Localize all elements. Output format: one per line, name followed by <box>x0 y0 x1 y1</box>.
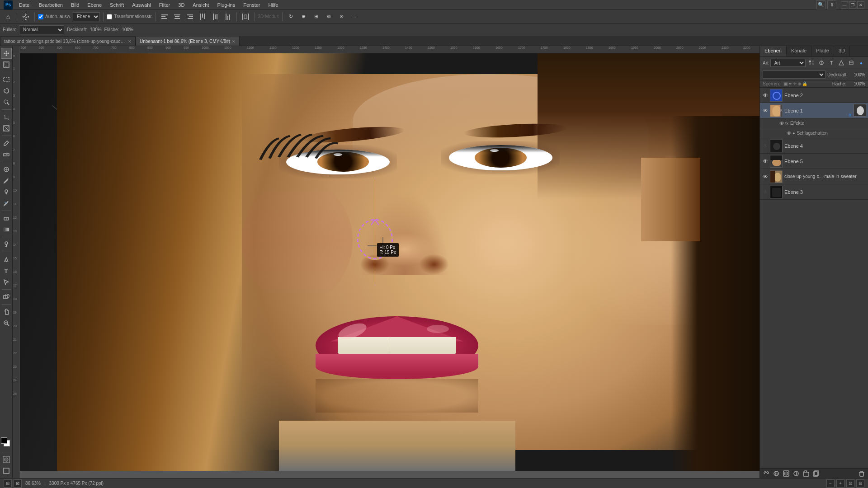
layer-vis-ebene2[interactable]: 👁 <box>762 92 769 99</box>
add-adjustment-btn[interactable] <box>792 469 801 478</box>
layer-item-ebene4[interactable]: 👁 Ebene 4 <box>760 138 868 154</box>
status-zoom-in-btn[interactable]: + <box>836 479 844 488</box>
tool-artboard[interactable] <box>1 59 12 70</box>
add-style-btn[interactable]: fx <box>772 469 781 478</box>
menu-ansicht[interactable]: Ansicht <box>189 1 212 9</box>
lock-pixels-btn[interactable]: ✒ <box>788 81 792 86</box>
align-right-btn[interactable] <box>184 11 195 22</box>
filter-toggle-btn[interactable]: ● <box>857 59 865 67</box>
menu-3d[interactable]: 3D <box>175 1 188 9</box>
canvas-area[interactable]: +I: 0 Px T: 15 Px <box>20 53 760 471</box>
status-zoom-out-btn[interactable]: − <box>826 479 835 488</box>
layer-blend-select[interactable]: Normal <box>763 70 826 79</box>
home-btn[interactable]: ⌂ <box>3 11 14 22</box>
delete-layer-btn[interactable] <box>857 469 866 478</box>
tool-text[interactable]: T <box>1 265 12 276</box>
restore-btn[interactable]: ❐ <box>849 1 856 9</box>
roll-3d-btn[interactable]: ⊗ <box>324 11 335 22</box>
tool-brush[interactable] <box>1 175 12 186</box>
layer-dropshadow-item[interactable]: 👁 ● Schlagschatten <box>760 128 868 138</box>
align-center-h-btn[interactable] <box>172 11 183 22</box>
status-grid-btn[interactable]: ⊞ <box>4 479 12 488</box>
search-btn[interactable]: 🔍 <box>816 0 826 9</box>
tool-hand[interactable] <box>1 306 12 317</box>
tool-move[interactable] <box>1 48 12 59</box>
layer-vis-ebene1[interactable]: 👁 <box>762 107 769 114</box>
filter-pixel-btn[interactable] <box>807 59 816 67</box>
minimize-btn[interactable]: — <box>841 1 848 9</box>
layer-effects-group[interactable]: 👁 fx Effekte <box>760 118 868 128</box>
tab-close-tattoo[interactable]: ✕ <box>128 39 132 44</box>
menu-ebene[interactable]: Ebene <box>84 1 105 9</box>
pan-3d-btn[interactable]: ⊕ <box>298 11 309 22</box>
lock-transparent-btn[interactable]: ▣ <box>783 81 788 86</box>
lock-position-btn[interactable]: ✛ <box>793 81 797 86</box>
tool-shape[interactable] <box>1 291 12 302</box>
tool-eraser[interactable] <box>1 213 12 224</box>
tool-pen[interactable] <box>1 254 12 265</box>
align-top-btn[interactable] <box>197 11 208 22</box>
layer-vis-ebene3[interactable]: 👁 <box>762 188 769 196</box>
shadow-vis-icon[interactable]: 👁 <box>785 130 793 137</box>
filter-adj-btn[interactable] <box>817 59 826 67</box>
tool-rect-select[interactable] <box>1 74 12 85</box>
menu-bearbeiten[interactable]: Bearbeiten <box>35 1 66 9</box>
lock-all-btn[interactable]: 🔒 <box>802 81 807 86</box>
align-left-btn[interactable] <box>159 11 170 22</box>
tool-gradient[interactable] <box>1 224 12 235</box>
menu-schrift[interactable]: Schrift <box>106 1 127 9</box>
effect-vis-icon[interactable]: 👁 <box>778 120 785 127</box>
layer-vis-photo[interactable]: 👁 <box>762 173 769 180</box>
lock-artboard-btn[interactable]: ⊕ <box>797 81 801 86</box>
tool-path-select[interactable] <box>1 277 12 287</box>
add-layer-btn[interactable] <box>811 469 821 478</box>
tool-quick-mask[interactable] <box>1 454 12 465</box>
distribute-h-btn[interactable] <box>240 11 251 22</box>
color-swatches[interactable] <box>1 437 12 448</box>
menu-filter[interactable]: Filter <box>156 1 174 9</box>
menu-fenster[interactable]: Fenster <box>240 1 264 9</box>
menu-auswahl[interactable]: Auswahl <box>128 1 155 9</box>
tool-clone[interactable] <box>1 187 12 197</box>
layer-item-ebene3[interactable]: 👁 Ebene 3 <box>760 184 868 200</box>
layer-item-photo[interactable]: 👁 close-up-young-c...-male-in-sweater <box>760 169 868 184</box>
layer-vis-ebene4[interactable]: 👁 <box>762 142 769 150</box>
tool-crop[interactable] <box>1 112 12 122</box>
tool-quick-select[interactable] <box>1 97 12 108</box>
link-layers-btn[interactable] <box>762 469 771 478</box>
panel-tab-ebenen[interactable]: Ebenen <box>760 46 787 56</box>
rotate-3d-btn[interactable]: ↻ <box>286 11 297 22</box>
menu-bild[interactable]: Bild <box>67 1 83 9</box>
filter-smart-btn[interactable] <box>847 59 855 67</box>
tool-history-brush[interactable] <box>1 198 12 209</box>
share-btn[interactable]: ⇧ <box>827 0 836 9</box>
layer-item-ebene1[interactable]: 👁 ⛓ Ebene 1 fx ⊞ <box>760 103 868 118</box>
layer-vis-ebene5[interactable]: 👁 <box>762 158 769 165</box>
tool-spot-heal[interactable] <box>1 164 12 175</box>
tool-ruler[interactable] <box>1 149 12 160</box>
tab-close-unbenannt[interactable]: ✕ <box>232 39 236 44</box>
align-bottom-btn[interactable] <box>222 11 233 22</box>
panel-tab-3d[interactable]: 3D <box>834 46 850 56</box>
panel-tab-kanaele[interactable]: Kanäle <box>787 46 811 56</box>
layer-item-ebene5[interactable]: 👁 Ebene 5 <box>760 154 868 169</box>
tool-zoom[interactable] <box>1 318 12 328</box>
auto-select-checkbox[interactable] <box>38 14 43 19</box>
filter-shape-btn[interactable] <box>837 59 845 67</box>
menu-datei[interactable]: Datei <box>15 1 34 9</box>
blend-mode-select[interactable]: Normal <box>19 25 64 34</box>
menu-plugins[interactable]: Plug-ins <box>213 1 239 9</box>
tool-eyedropper[interactable] <box>1 138 12 149</box>
filter-text-btn[interactable]: T <box>827 59 835 67</box>
menu-hilfe[interactable]: Hilfe <box>264 1 282 9</box>
close-btn[interactable]: ✕ <box>857 1 864 9</box>
add-mask-btn[interactable] <box>782 469 791 478</box>
tab-unbenannt[interactable]: Unbenannt-1 bei 86,6% (Ebene 3, CMYK/8#)… <box>136 37 240 46</box>
layer-filter-select[interactable]: Art <box>770 59 806 67</box>
zoom-3d-btn[interactable]: ⊞ <box>311 11 322 22</box>
more-tools-btn[interactable]: ··· <box>349 11 360 22</box>
add-group-btn[interactable] <box>802 469 811 478</box>
slide-3d-btn[interactable]: ⊙ <box>336 11 347 22</box>
tool-screen-mode[interactable] <box>1 465 12 476</box>
tool-lasso[interactable] <box>1 85 12 96</box>
